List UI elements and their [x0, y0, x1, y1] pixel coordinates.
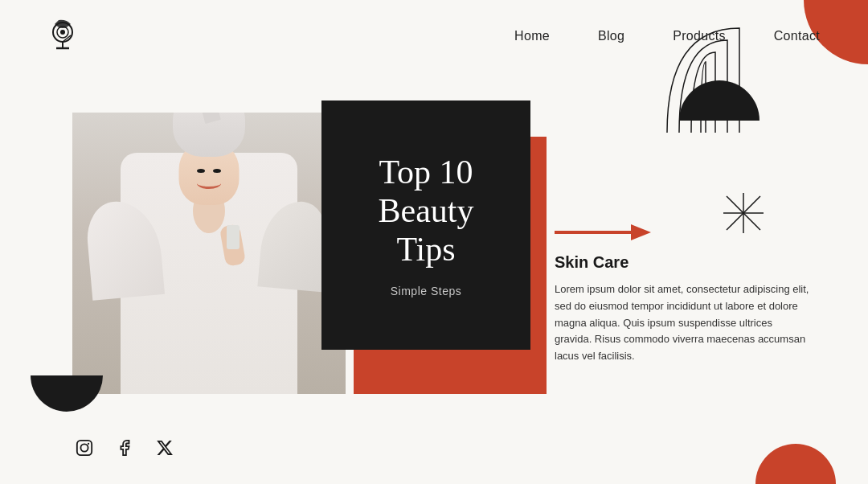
- hero-photo: [72, 113, 346, 394]
- svg-point-13: [80, 444, 88, 451]
- nav-blog[interactable]: Blog: [598, 29, 624, 43]
- card-subtitle: Simple Steps: [391, 285, 461, 297]
- arrow-right-decoration: [555, 221, 651, 247]
- social-icons-bar: [72, 436, 177, 460]
- star-decoration: [723, 193, 764, 236]
- nav-products[interactable]: Products: [673, 29, 726, 43]
- skincare-body: Lorem ipsum dolor sit amet, consectetur …: [555, 281, 812, 365]
- svg-point-2: [60, 30, 65, 35]
- twitter-x-icon[interactable]: [153, 436, 177, 460]
- nav-contact[interactable]: Contact: [774, 29, 820, 43]
- main-nav: Home Blog Products Contact: [514, 29, 820, 43]
- nav-home[interactable]: Home: [514, 29, 550, 43]
- skincare-heading: Skin Care: [555, 253, 812, 272]
- svg-marker-7: [631, 224, 651, 240]
- featured-card: Top 10 Beauty Tips Simple Steps: [321, 100, 530, 350]
- skincare-section: Skin Care Lorem ipsum dolor sit amet, co…: [555, 253, 812, 365]
- card-title: Top 10 Beauty Tips: [379, 153, 474, 269]
- instagram-icon[interactable]: [72, 436, 96, 460]
- orange-semicircle-decoration-bottom-right: [755, 444, 836, 484]
- svg-point-14: [88, 443, 89, 445]
- black-semicircle-decoration-left: [31, 375, 103, 412]
- logo-icon: [48, 18, 84, 54]
- svg-rect-12: [77, 441, 92, 455]
- logo: [48, 18, 84, 54]
- facebook-icon[interactable]: [113, 436, 137, 460]
